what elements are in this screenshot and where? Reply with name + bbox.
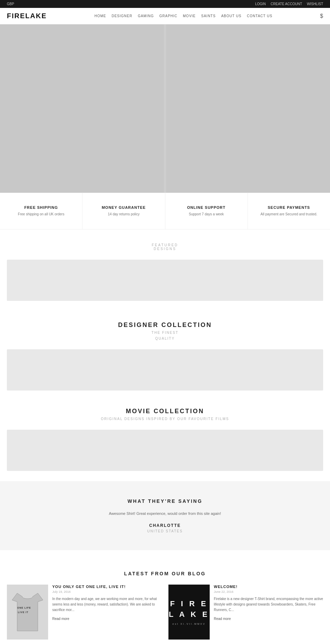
header: FIRELAKE HOME DESIGNER GAMING GRAPHIC MO… xyxy=(0,8,330,24)
features-bar: FREE SHIPPING Free shipping on all UK or… xyxy=(0,193,330,229)
cart-icon[interactable]: $ xyxy=(320,13,323,19)
blog-post-2-read-more[interactable]: Read more xyxy=(214,617,231,621)
blog-post-2-date: June 22, 2016 xyxy=(214,590,323,594)
feature-payments-title: SECURE PAYMENTS xyxy=(253,205,324,210)
feature-payments: SECURE PAYMENTS All payment are Secured … xyxy=(248,193,330,229)
hero-slide-right xyxy=(166,24,330,193)
testimonial-author: CHARLOTTE xyxy=(14,523,316,528)
nav-movie[interactable]: MOVIE xyxy=(183,14,196,18)
firelake-logo-image: F I R EL A K E est XI.VII.MMXV xyxy=(168,585,210,640)
blog-post-1-read-more[interactable]: Read more xyxy=(52,617,69,621)
create-account-link[interactable]: CREATE ACCOUNT xyxy=(271,2,302,6)
currency: GBP xyxy=(7,2,14,6)
nav-about[interactable]: ABOUT US xyxy=(221,14,241,18)
feature-guarantee-title: MONEY GUARANTEE xyxy=(88,205,159,210)
shirt-image: ONE LIFE LIVE IT xyxy=(7,585,48,640)
blog-post-1: ONE LIFE LIVE IT YOU ONLY GET ONE LIFE, … xyxy=(7,585,162,640)
designer-collection-sub-top: THE FINEST xyxy=(7,331,323,335)
testimonial-quote: Awesome Shirt! Great experience, would o… xyxy=(14,511,316,517)
testimonial-title: WHAT THEY'RE SAYING xyxy=(14,498,316,504)
blog-post-2-content: WELCOME! June 22, 2016 Firelake is a new… xyxy=(214,585,323,640)
testimonial-section: WHAT THEY'RE SAYING Awesome Shirt! Great… xyxy=(0,481,330,550)
feature-guarantee-desc: 14 day returns policy xyxy=(88,212,159,217)
wishlist-link[interactable]: WISHLIST xyxy=(307,2,323,6)
firelake-est: est XI.VII.MMXV xyxy=(173,623,206,625)
nav-home[interactable]: HOME xyxy=(95,14,106,18)
blog-section: LATEST FROM OUR BLOG ONE LIFE LIVE IT YO… xyxy=(0,561,330,644)
blog-post-2-image: F I R EL A K E est XI.VII.MMXV xyxy=(168,585,210,640)
featured-top: FEATURED xyxy=(7,243,323,247)
blog-post-1-date: July 19, 2016 xyxy=(52,590,162,594)
firelake-text: F I R EL A K E xyxy=(169,599,209,620)
blog-posts: ONE LIFE LIVE IT YOU ONLY GET ONE LIFE, … xyxy=(7,585,323,640)
featured-products xyxy=(7,260,323,301)
blog-post-1-content: YOU ONLY GET ONE LIFE, LIVE IT! July 19,… xyxy=(52,585,162,640)
designer-collection-sub-bottom: QUALITY xyxy=(7,337,323,340)
feature-guarantee: MONEY GUARANTEE 14 day returns policy xyxy=(82,193,165,229)
movie-collection-title: MOVIE COLLECTION xyxy=(7,408,323,415)
nav-saints[interactable]: SAINTS xyxy=(201,14,216,18)
nav-gaming[interactable]: GAMING xyxy=(138,14,154,18)
feature-shipping: FREE SHIPPING Free shipping on all UK or… xyxy=(0,193,82,229)
feature-shipping-desc: Free shipping on all UK orders xyxy=(6,212,77,217)
blog-post-1-image: ONE LIFE LIVE IT xyxy=(7,585,48,640)
feature-payments-desc: All payment are Secured and trusted. xyxy=(253,212,324,217)
designer-products xyxy=(7,349,323,391)
feature-support-desc: Support 7 days a week xyxy=(171,212,242,217)
nav-contact[interactable]: CONTACT US xyxy=(247,14,272,18)
blog-post-2-excerpt: Firelake is a new designer T-Shirt brand… xyxy=(214,596,323,613)
top-bar-right: LOGIN CREATE ACCOUNT WISHLIST xyxy=(255,2,323,6)
main-nav: HOME DESIGNER GAMING GRAPHIC MOVIE SAINT… xyxy=(95,14,273,18)
hero-inner xyxy=(0,24,330,193)
featured-label: FEATURED DESIGNS xyxy=(0,229,330,254)
designer-collection-title: DESIGNER COLLECTION xyxy=(7,321,323,329)
top-bar: GBP LOGIN CREATE ACCOUNT WISHLIST xyxy=(0,0,330,8)
blog-post-1-title: YOU ONLY GET ONE LIFE, LIVE IT! xyxy=(52,585,162,589)
movie-products xyxy=(7,430,323,471)
designer-collection-label: DESIGNER COLLECTION THE FINEST QUALITY xyxy=(0,306,330,344)
movie-collection-sub: ORIGINAL DESIGNS INSPIRED BY OUR FAVOURI… xyxy=(7,417,323,421)
blog-post-2-title: WELCOME! xyxy=(214,585,323,589)
blog-post-1-excerpt: In the modern day and age, we are workin… xyxy=(52,596,162,613)
nav-graphic[interactable]: GRAPHIC xyxy=(159,14,177,18)
hero-slide-left xyxy=(0,24,164,193)
feature-shipping-title: FREE SHIPPING xyxy=(6,205,77,210)
logo[interactable]: FIRELAKE xyxy=(7,12,47,20)
blog-post-2: F I R EL A K E est XI.VII.MMXV WELCOME! … xyxy=(168,585,323,640)
blog-title: LATEST FROM OUR BLOG xyxy=(7,571,323,576)
nav-designer[interactable]: DESIGNER xyxy=(112,14,132,18)
feature-support: ONLINE SUPPORT Support 7 days a week xyxy=(165,193,248,229)
login-link[interactable]: LOGIN xyxy=(255,2,266,6)
testimonial-location: UNITED STATES xyxy=(14,529,316,533)
hero-banner xyxy=(0,24,330,193)
movie-collection-label: MOVIE COLLECTION ORIGINAL DESIGNS INSPIR… xyxy=(0,396,330,424)
hero-divider xyxy=(165,24,165,193)
svg-text:LIVE IT: LIVE IT xyxy=(18,611,29,613)
feature-support-title: ONLINE SUPPORT xyxy=(171,205,242,210)
svg-text:ONE LIFE: ONE LIFE xyxy=(17,607,31,609)
featured-bottom: DESIGNS xyxy=(7,247,323,251)
